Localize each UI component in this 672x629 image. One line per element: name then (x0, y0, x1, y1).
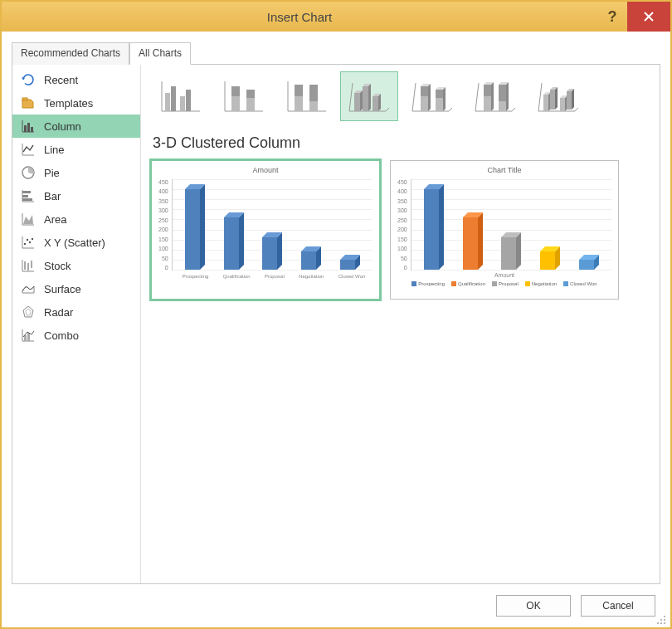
svg-rect-73 (436, 90, 443, 98)
sidebar-item-label: Area (44, 213, 66, 226)
tab-recommended-charts[interactable]: Recommended Charts (12, 42, 129, 65)
area-icon (21, 212, 36, 227)
column-subtype-row (151, 71, 650, 121)
sidebar-item-label: Combo (44, 329, 79, 342)
help-button[interactable]: ? (597, 2, 627, 32)
svg-rect-14 (22, 195, 28, 197)
sidebar-item-area[interactable]: Area (12, 207, 140, 231)
pie-icon (21, 165, 36, 180)
svg-rect-107 (664, 622, 665, 624)
svg-point-21 (27, 239, 28, 241)
subtype-clustered-column[interactable] (151, 71, 209, 121)
svg-line-53 (349, 83, 353, 111)
svg-line-67 (449, 108, 452, 111)
sidebar-item-line[interactable]: Line (12, 138, 140, 161)
subtype-heading: 3-D Clustered Column (153, 134, 650, 152)
dialog-footer: OK Cancel (2, 584, 670, 627)
tab-all-charts[interactable]: All Charts (129, 42, 191, 65)
scatter-icon (21, 235, 36, 250)
resize-grip[interactable] (657, 614, 667, 624)
svg-rect-99 (567, 91, 572, 110)
svg-rect-93 (550, 90, 555, 110)
preview-amount[interactable]: Amount450400350300250200150100500Prospec… (151, 160, 380, 300)
main-area: 3-D Clustered Column Amount4504003503002… (141, 65, 660, 583)
svg-point-23 (32, 238, 33, 240)
svg-rect-106 (660, 622, 662, 624)
svg-line-55 (386, 108, 389, 111)
svg-rect-37 (165, 93, 170, 111)
sidebar-item-stock[interactable]: Stock (12, 254, 140, 277)
svg-rect-15 (22, 198, 32, 201)
svg-marker-95 (555, 87, 558, 110)
svg-rect-59 (363, 86, 368, 111)
subtype-stacked-column[interactable] (214, 71, 272, 121)
surface-icon (21, 281, 36, 296)
panel: Recent Templates Column Line Pie (12, 64, 660, 584)
preview-title: Chart Title (397, 166, 611, 174)
dialog-title: Insert Chart (2, 10, 597, 24)
sidebar-item-recent[interactable]: Recent (12, 68, 140, 91)
svg-rect-104 (664, 619, 665, 621)
svg-rect-38 (171, 86, 176, 111)
line-icon (21, 142, 36, 157)
svg-point-20 (24, 243, 26, 245)
subtype-3d-clustered-column[interactable] (340, 71, 398, 121)
svg-rect-90 (543, 95, 548, 111)
templates-icon (21, 95, 36, 110)
sidebar-item-pie[interactable]: Pie (12, 161, 140, 184)
subtype-3d-column[interactable] (529, 71, 587, 121)
svg-marker-82 (491, 82, 494, 111)
svg-marker-75 (443, 87, 446, 111)
svg-point-22 (29, 241, 31, 243)
sidebar-item-scatter[interactable]: X Y (Scatter) (12, 231, 140, 254)
tab-strip: Recommended Charts All Charts (12, 41, 660, 64)
svg-rect-44 (231, 86, 240, 96)
svg-rect-33 (24, 335, 27, 341)
subtype-100-stacked-column[interactable] (277, 71, 335, 121)
sidebar-item-combo[interactable]: Combo (12, 324, 140, 347)
svg-line-76 (475, 83, 479, 111)
sidebar-item-bar[interactable]: Bar (12, 184, 140, 207)
radar-icon (21, 305, 36, 319)
close-button[interactable] (627, 2, 670, 32)
subtype-3d-100-stacked-column[interactable] (466, 71, 524, 121)
sidebar-item-label: Stock (44, 260, 71, 272)
subtype-3d-stacked-column[interactable] (403, 71, 461, 121)
recent-icon (21, 72, 36, 87)
sidebar-item-surface[interactable]: Surface (12, 277, 140, 300)
svg-rect-84 (499, 85, 506, 101)
stock-icon (21, 258, 36, 273)
close-icon (643, 11, 655, 22)
svg-rect-34 (27, 333, 30, 341)
svg-rect-46 (246, 90, 255, 98)
svg-rect-40 (186, 90, 191, 111)
svg-rect-96 (560, 98, 565, 111)
sidebar-item-label: Column (44, 120, 81, 133)
svg-rect-13 (22, 191, 31, 193)
titlebar: Insert Chart ? (2, 2, 670, 32)
svg-marker-86 (506, 82, 509, 111)
sidebar-item-label: Line (44, 144, 65, 156)
bar-icon (21, 188, 36, 203)
svg-rect-52 (309, 85, 318, 101)
svg-rect-80 (484, 85, 491, 96)
sidebar-item-label: Templates (44, 97, 93, 110)
preview-row: Amount450400350300250200150100500Prospec… (151, 160, 650, 300)
column-icon (21, 119, 36, 134)
svg-rect-105 (657, 622, 659, 624)
cancel-button[interactable]: Cancel (581, 595, 655, 617)
combo-icon (21, 328, 36, 343)
svg-rect-6 (27, 123, 30, 132)
sidebar-item-radar[interactable]: Radar (12, 300, 140, 324)
insert-chart-dialog: Insert Chart ? Recommended Charts All Ch… (0, 0, 672, 629)
svg-rect-2 (22, 98, 27, 100)
svg-rect-50 (295, 85, 303, 96)
svg-marker-58 (360, 90, 363, 111)
sidebar-item-column[interactable]: Column (12, 115, 140, 138)
preview-chart-title[interactable]: Chart Title450400350300250200150100500Am… (390, 160, 619, 300)
svg-line-89 (575, 108, 578, 111)
sidebar-item-templates[interactable]: Templates (12, 91, 140, 115)
sidebar-item-label: X Y (Scatter) (44, 236, 105, 249)
ok-button[interactable]: OK (496, 595, 571, 617)
svg-rect-62 (373, 96, 378, 111)
